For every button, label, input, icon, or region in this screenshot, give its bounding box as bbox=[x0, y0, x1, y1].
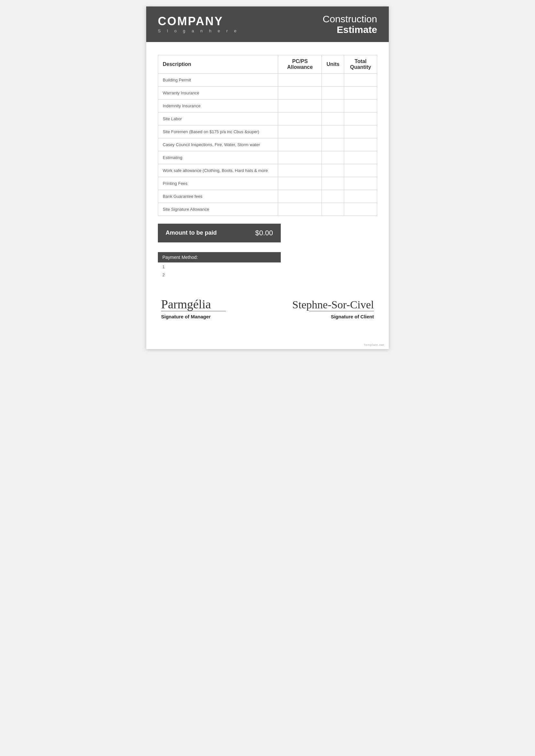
document-header: COMPANY S l o g a n h e r e Construction… bbox=[146, 7, 389, 42]
cell-total-10 bbox=[344, 203, 377, 216]
amount-value: $0.00 bbox=[255, 229, 273, 237]
cell-description-3: Site Labor bbox=[158, 113, 278, 125]
cell-description-5: Casey Council Inspections, Fire, Water, … bbox=[158, 138, 278, 151]
payment-item-1: 1 bbox=[158, 263, 377, 271]
cell-description-7: Work safe allowance (Clothing, Boots, Ha… bbox=[158, 164, 278, 177]
signature-section: Parmgélia Signature of Manager Stephne-S… bbox=[158, 298, 377, 319]
cell-pcps-10 bbox=[278, 203, 322, 216]
cell-units-8 bbox=[322, 177, 344, 190]
table-row: Warranty Insurance bbox=[158, 87, 377, 99]
client-signature-label: Signature of Client bbox=[331, 314, 374, 319]
payment-method-header: Payment Method: bbox=[158, 252, 281, 262]
cell-pcps-8 bbox=[278, 177, 322, 190]
cell-total-8 bbox=[344, 177, 377, 190]
cell-pcps-6 bbox=[278, 151, 322, 164]
cell-pcps-3 bbox=[278, 113, 322, 125]
cell-pcps-7 bbox=[278, 164, 322, 177]
manager-signature-label: Signature of Manager bbox=[161, 314, 211, 319]
cell-description-0: Building Permit bbox=[158, 74, 278, 87]
company-name: COMPANY bbox=[158, 15, 239, 27]
col-header-description: Description bbox=[158, 55, 278, 74]
watermark: Template.net bbox=[364, 343, 384, 346]
cell-pcps-1 bbox=[278, 87, 322, 99]
cell-total-4 bbox=[344, 125, 377, 138]
col-header-units: Units bbox=[322, 55, 344, 74]
cell-units-7 bbox=[322, 164, 344, 177]
table-row: Building Permit bbox=[158, 74, 377, 87]
cell-description-8: Printing Fees bbox=[158, 177, 278, 190]
client-signature-line bbox=[309, 311, 374, 311]
cell-total-5 bbox=[344, 138, 377, 151]
amount-box: Amount to be paid $0.00 bbox=[158, 224, 281, 242]
cell-description-10: Site Signature Allowance bbox=[158, 203, 278, 216]
cell-pcps-5 bbox=[278, 138, 322, 151]
cell-pcps-4 bbox=[278, 125, 322, 138]
doc-title-line2: Estimate bbox=[323, 24, 377, 35]
cell-total-2 bbox=[344, 99, 377, 113]
cell-units-3 bbox=[322, 113, 344, 125]
cell-total-3 bbox=[344, 113, 377, 125]
cell-pcps-2 bbox=[278, 99, 322, 113]
cell-units-9 bbox=[322, 190, 344, 203]
table-row: Indemnity Insurance bbox=[158, 99, 377, 113]
doc-title-line1: Construction bbox=[323, 14, 377, 24]
table-row: Work safe allowance (Clothing, Boots, Ha… bbox=[158, 164, 377, 177]
cell-units-0 bbox=[322, 74, 344, 87]
estimate-table: Description PC/PS Allowance Units TotalQ… bbox=[158, 55, 377, 216]
cell-pcps-0 bbox=[278, 74, 322, 87]
table-row: Estimating bbox=[158, 151, 377, 164]
cell-total-6 bbox=[344, 151, 377, 164]
table-row: Site Foremen (Based on $175 p/a inc Cbus… bbox=[158, 125, 377, 138]
amount-label: Amount to be paid bbox=[166, 229, 249, 237]
document-title: Construction Estimate bbox=[323, 14, 377, 35]
company-logo: COMPANY S l o g a n h e r e bbox=[158, 15, 239, 33]
client-signature-image: Stephne-Sor-Civel bbox=[293, 299, 374, 310]
cell-units-1 bbox=[322, 87, 344, 99]
cell-total-9 bbox=[344, 190, 377, 203]
manager-signature-block: Parmgélia Signature of Manager bbox=[161, 298, 226, 319]
cell-description-6: Estimating bbox=[158, 151, 278, 164]
cell-units-4 bbox=[322, 125, 344, 138]
cell-description-1: Warranty Insurance bbox=[158, 87, 278, 99]
cell-total-0 bbox=[344, 74, 377, 87]
cell-pcps-9 bbox=[278, 190, 322, 203]
payment-section: Payment Method: 1 2 bbox=[158, 252, 377, 279]
cell-description-9: Bank Guarantee fees bbox=[158, 190, 278, 203]
table-row: Site Labor bbox=[158, 113, 377, 125]
document-page: COMPANY S l o g a n h e r e Construction… bbox=[146, 7, 389, 349]
col-header-pcps: PC/PS Allowance bbox=[278, 55, 322, 74]
client-signature-block: Stephne-Sor-Civel Signature of Client bbox=[293, 299, 374, 319]
cell-units-6 bbox=[322, 151, 344, 164]
company-slogan: S l o g a n h e r e bbox=[158, 28, 239, 33]
cell-total-1 bbox=[344, 87, 377, 99]
main-content: Description PC/PS Allowance Units TotalQ… bbox=[146, 42, 389, 329]
table-row: Casey Council Inspections, Fire, Water, … bbox=[158, 138, 377, 151]
cell-units-10 bbox=[322, 203, 344, 216]
col-header-total: TotalQuantity bbox=[344, 55, 377, 74]
cell-description-2: Indemnity Insurance bbox=[158, 99, 278, 113]
table-row: Printing Fees bbox=[158, 177, 377, 190]
manager-signature-line bbox=[161, 311, 226, 311]
cell-total-7 bbox=[344, 164, 377, 177]
cell-description-4: Site Foremen (Based on $175 p/a inc Cbus… bbox=[158, 125, 278, 138]
table-row: Site Signature Allowance bbox=[158, 203, 377, 216]
manager-signature-image: Parmgélia bbox=[161, 298, 211, 310]
payment-item-2: 2 bbox=[158, 271, 377, 279]
table-header-row: Description PC/PS Allowance Units TotalQ… bbox=[158, 55, 377, 74]
cell-units-5 bbox=[322, 138, 344, 151]
cell-units-2 bbox=[322, 99, 344, 113]
table-row: Bank Guarantee fees bbox=[158, 190, 377, 203]
